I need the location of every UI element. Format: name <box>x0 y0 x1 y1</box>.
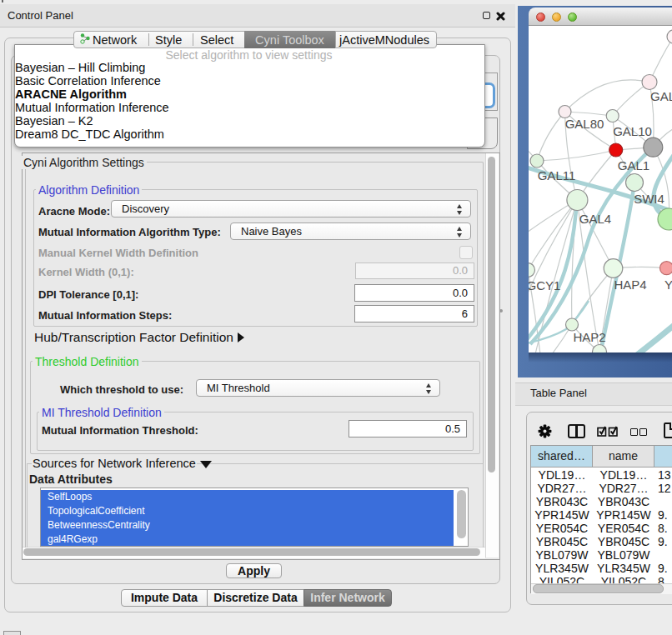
svg-text:HAP2: HAP2 <box>573 330 605 344</box>
svg-text:HAP4: HAP4 <box>614 278 646 292</box>
svg-text:GAL11: GAL11 <box>538 168 576 182</box>
svg-text:GAL80: GAL80 <box>565 117 604 131</box>
svg-text:GAL2: GAL2 <box>650 89 672 103</box>
svg-text:GAL4: GAL4 <box>579 212 611 226</box>
svg-text:GAL1: GAL1 <box>618 158 649 172</box>
svg-text:SWI4: SWI4 <box>634 192 664 206</box>
svg-text:GAL10: GAL10 <box>613 124 652 138</box>
svg-text:GCY1: GCY1 <box>529 278 560 292</box>
svg-text:YL: YL <box>664 278 672 292</box>
